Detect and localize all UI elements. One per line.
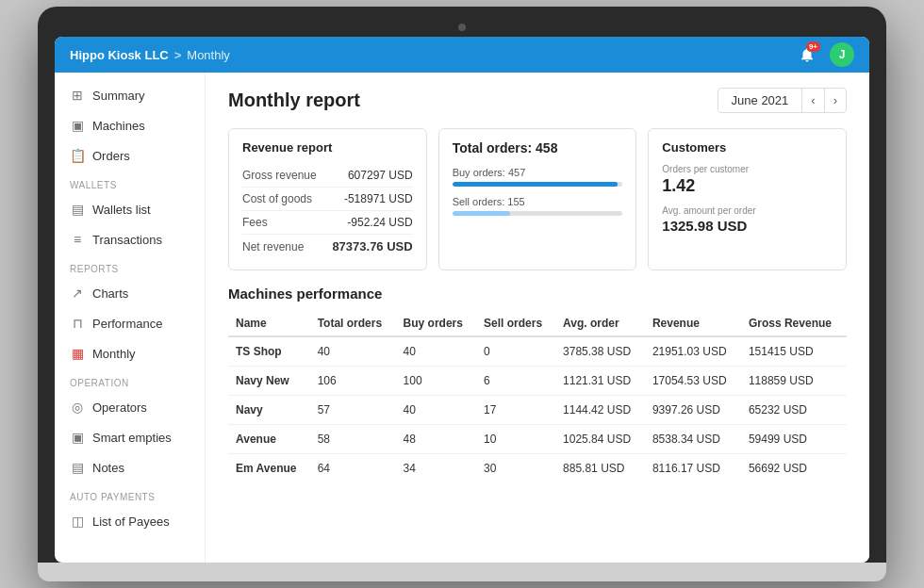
machines-performance-section: Machines performance Name Total orders B… — [228, 286, 847, 482]
sidebar-item-summary[interactable]: ⊞ Summary — [55, 80, 205, 110]
autopayments-section-label: Auto Payments — [55, 482, 205, 506]
sell-orders-fill — [453, 211, 510, 216]
table-body: TS Shop 40 40 0 3785.38 USD 21951.03 USD… — [228, 336, 847, 482]
machines-performance-title: Machines performance — [228, 286, 847, 302]
sidebar-item-transactions[interactable]: ≡ Transactions — [55, 224, 205, 254]
cell-gross: 65232 USD — [741, 396, 847, 425]
fees-value: -952.24 USD — [347, 216, 412, 229]
col-buy-orders: Buy orders — [396, 311, 476, 336]
sidebar-label-orders: Orders — [92, 149, 130, 163]
topbar-company[interactable]: Hippo Kiosk LLC — [70, 48, 169, 62]
date-navigator: June 2021 ‹ › — [718, 88, 847, 113]
cost-of-goods-row: Cost of goods -518971 USD — [242, 188, 413, 211]
table-row: Navy 57 40 17 1144.42 USD 9397.26 USD 65… — [228, 396, 847, 425]
sidebar-item-monthly[interactable]: ▦ Monthly — [55, 338, 205, 368]
table-row: Navy New 106 100 6 1121.31 USD 17054.53 … — [228, 367, 847, 396]
user-avatar[interactable]: J — [830, 42, 854, 67]
sidebar-label-notes: Notes — [92, 461, 124, 475]
orders-icon: 📋 — [70, 148, 85, 163]
cell-sell: 17 — [476, 396, 555, 425]
total-orders-card: Total orders: 458 Buy orders: 457 Sell o… — [438, 128, 637, 270]
reports-section-label: Reports — [55, 254, 205, 278]
cell-avg: 885.81 USD — [555, 454, 645, 483]
sell-orders-label: Sell orders: 155 — [453, 196, 623, 207]
topbar-actions: 9+ J — [794, 41, 854, 68]
charts-icon: ↗ — [70, 286, 85, 301]
orders-per-customer-label: Orders per customer — [662, 164, 833, 174]
cell-name: Em Avenue — [228, 454, 310, 483]
laptop-screen: Hippo Kiosk LLC > Monthly 9+ J ⊞ — [55, 37, 869, 563]
table-row: Em Avenue 64 34 30 885.81 USD 8116.17 US… — [228, 454, 847, 483]
monthly-icon: ▦ — [70, 346, 85, 361]
cell-total: 58 — [310, 425, 396, 454]
cost-of-goods-value: -518971 USD — [344, 192, 413, 205]
sidebar-item-wallets-list[interactable]: ▤ Wallets list — [55, 194, 205, 224]
notification-badge: 9+ — [806, 41, 820, 52]
table-row: TS Shop 40 40 0 3785.38 USD 21951.03 USD… — [228, 336, 847, 367]
cell-revenue: 9397.26 USD — [645, 396, 741, 425]
laptop-base — [38, 563, 886, 581]
cell-buy: 40 — [396, 396, 476, 425]
net-revenue-row: Net revenue 87373.76 USD — [242, 235, 413, 258]
sidebar-item-notes[interactable]: ▤ Notes — [55, 452, 205, 482]
fees-row: Fees -952.24 USD — [242, 211, 413, 235]
col-revenue: Revenue — [645, 311, 741, 336]
buy-orders-track — [453, 182, 623, 187]
date-label: June 2021 — [718, 89, 803, 112]
sidebar-item-charts[interactable]: ↗ Charts — [55, 278, 205, 308]
cell-revenue: 8116.17 USD — [645, 454, 741, 483]
topbar-page: Monthly — [187, 48, 230, 62]
buy-orders-label: Buy orders: 457 — [453, 167, 623, 178]
main-content: Monthly report June 2021 ‹ › Revenue rep… — [206, 73, 869, 563]
sell-orders-track — [453, 211, 623, 216]
sidebar-label-summary: Summary — [92, 89, 145, 103]
cell-total: 106 — [310, 367, 396, 396]
main-header: Monthly report June 2021 ‹ › — [228, 88, 847, 113]
sidebar-item-list-of-payees[interactable]: ◫ List of Payees — [55, 506, 205, 536]
sidebar-label-monthly: Monthly — [92, 347, 136, 361]
date-next-button[interactable]: › — [825, 89, 846, 112]
avg-amount-value: 1325.98 USD — [662, 218, 833, 234]
buy-orders-row: Buy orders: 457 — [453, 167, 623, 187]
cell-buy: 48 — [396, 425, 476, 454]
performance-icon: ⊓ — [70, 316, 85, 331]
page-title: Monthly report — [228, 90, 360, 111]
cell-revenue: 17054.53 USD — [645, 367, 741, 396]
notes-icon: ▤ — [70, 460, 85, 475]
table-row: Avenue 58 48 10 1025.84 USD 8538.34 USD … — [228, 425, 847, 454]
sidebar-item-machines[interactable]: ▣ Machines — [55, 110, 205, 140]
cell-name: Navy New — [228, 367, 310, 396]
operation-section-label: Operation — [55, 368, 205, 392]
orders-per-customer-value: 1.42 — [662, 176, 833, 196]
sidebar-item-smart-empties[interactable]: ▣ Smart empties — [55, 422, 205, 452]
cell-total: 40 — [310, 336, 396, 367]
cell-sell: 0 — [476, 336, 555, 367]
cell-name: Avenue — [228, 425, 310, 454]
sidebar-label-charts: Charts — [92, 286, 128, 301]
cell-buy: 100 — [396, 367, 476, 396]
cell-gross: 56692 USD — [741, 454, 847, 483]
cell-buy: 34 — [396, 454, 476, 483]
net-revenue-value: 87373.76 USD — [332, 239, 412, 253]
laptop-camera — [458, 24, 466, 31]
cell-avg: 1144.42 USD — [555, 396, 645, 425]
date-prev-button[interactable]: ‹ — [802, 89, 824, 112]
topbar-separator: > — [174, 48, 182, 62]
operators-icon: ◎ — [70, 400, 85, 415]
customers-card: Customers Orders per customer 1.42 Avg. … — [648, 128, 847, 270]
wallets-list-icon: ▤ — [70, 202, 85, 217]
sidebar-label-operators: Operators — [92, 400, 147, 415]
sidebar-label-transactions: Transactions — [92, 233, 162, 247]
list-of-payees-icon: ◫ — [70, 514, 85, 529]
laptop-frame: Hippo Kiosk LLC > Monthly 9+ J ⊞ — [38, 7, 886, 581]
sidebar-item-orders[interactable]: 📋 Orders — [55, 140, 205, 171]
sidebar-label-performance: Performance — [92, 317, 162, 331]
notification-button[interactable]: 9+ — [794, 41, 820, 68]
table-header-row: Name Total orders Buy orders Sell orders… — [228, 311, 847, 336]
col-gross-revenue: Gross Revenue — [741, 311, 847, 336]
machines-icon: ▣ — [70, 118, 85, 133]
machines-performance-table: Name Total orders Buy orders Sell orders… — [228, 311, 847, 482]
sidebar-item-performance[interactable]: ⊓ Performance — [55, 308, 205, 338]
cell-sell: 30 — [476, 454, 555, 483]
sidebar-item-operators[interactable]: ◎ Operators — [55, 392, 205, 422]
